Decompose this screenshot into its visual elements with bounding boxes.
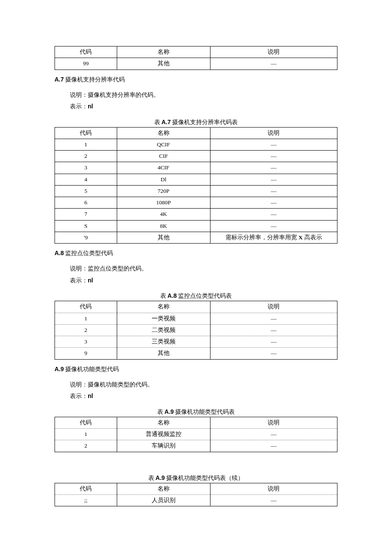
section-rep: 表示：nl — [70, 101, 337, 113]
section-num: A.7 — [55, 76, 64, 83]
table-row: 34CIF— — [55, 162, 337, 174]
table-row: 1QCIF— — [55, 139, 337, 150]
table-row: 5720P— — [55, 185, 337, 197]
table-a7: 代码 名称 说明 1QCIF— 2CIF— 34CIF— 4Dl— 5720P—… — [55, 127, 337, 244]
table-row: 61080P— — [55, 197, 337, 209]
section-heading-a9: A.9 摄像机功能类型代码 — [55, 366, 337, 373]
table-caption-a7: 表 A.7 摄像机支持分辨率代码表 — [55, 119, 337, 126]
rep-value: nl — [88, 392, 93, 399]
section-num: A.8 — [55, 250, 64, 256]
section-title: 监控点位类型代码 — [65, 250, 113, 256]
th-desc: 说明 — [210, 483, 337, 494]
section-desc: 说明：摄像机功能类型的代码。 — [70, 379, 337, 391]
section-rep: 表示：nl — [70, 390, 337, 402]
table-row: 1普通视频监控— — [55, 429, 337, 440]
rep-label: 表示： — [70, 277, 88, 284]
section-num: A.9 — [55, 366, 64, 372]
table-row: 3三类视频— — [55, 336, 337, 348]
th-name: 名称 — [117, 483, 210, 494]
cell-desc: — — [210, 58, 337, 70]
section-title: 摄像机功能类型代码 — [65, 366, 119, 372]
table-row: 2CIF— — [55, 151, 337, 162]
th-name: 名称 — [117, 46, 210, 58]
table-row: 1一类视频— — [55, 313, 337, 324]
rep-label: 表示： — [70, 103, 88, 110]
table-row: '9 其他 需标示分辨率，分辨率用宽 X 高表示 — [55, 232, 337, 243]
th-code: 代码 — [55, 483, 117, 494]
rep-label: 表示： — [70, 393, 88, 399]
cell-desc-special: 需标示分辨率，分辨率用宽 X 高表示 — [210, 232, 337, 243]
table-a9: 代码 名称 说明 1普通视频监控— 2车辆识别— — [55, 417, 337, 452]
th-code: 代码 — [55, 417, 117, 428]
table-row: 4Dl— — [55, 174, 337, 185]
table-caption-a9-cont: 表 A.9 摄像机功能类型代码表（续） — [55, 474, 337, 482]
section-desc: 说明：监控点位类型的代码。 — [70, 263, 337, 275]
table-row: 99 其他 — — [55, 58, 337, 70]
th-code: 代码 — [55, 46, 117, 58]
th-code: 代码 — [55, 301, 117, 313]
section-desc: 说明：摄像机支持分辨率的代码。 — [70, 90, 337, 101]
th-desc: 说明 — [210, 417, 337, 428]
table-caption-a8: 表 A.8 监控点位类型代码表 — [55, 292, 337, 300]
table-caption-a9: 表 A.9 摄像机功能类型代码表 — [55, 408, 337, 416]
th-desc: 说明 — [210, 46, 337, 58]
table-row: 74K— — [55, 209, 337, 220]
table-row: 9其他— — [55, 348, 337, 359]
th-desc: 说明 — [210, 301, 337, 313]
table-row: ;;人员识别— — [55, 494, 337, 506]
cell-code: 99 — [55, 58, 117, 70]
table-a8: 代码 名称 说明 1一类视频— 2二类视频— 3三类视频— 9其他— — [55, 301, 337, 359]
th-code: 代码 — [55, 127, 117, 139]
section-title: 摄像机支持分辨率代码 — [65, 76, 125, 83]
table-a9-cont: 代码 名称 说明 ;;人员识别— — [55, 483, 337, 507]
th-name: 名称 — [117, 127, 210, 139]
table-row: 2车辆识别— — [55, 440, 337, 452]
table-row: 2二类视频— — [55, 324, 337, 336]
th-name: 名称 — [117, 301, 210, 313]
cell-name: 其他 — [117, 58, 210, 70]
th-name: 名称 — [117, 417, 210, 428]
section-heading-a8: A.8 监控点位类型代码 — [55, 250, 337, 257]
th-desc: 说明 — [210, 127, 337, 139]
section-heading-a7: A.7 摄像机支持分辨率代码 — [55, 76, 337, 84]
table-top-fragment: 代码 名称 说明 99 其他 — — [55, 46, 337, 70]
rep-value: nl — [88, 277, 93, 284]
section-rep: 表示：nl — [70, 275, 337, 287]
rep-value: nl — [88, 103, 93, 110]
table-row: S8K— — [55, 220, 337, 232]
